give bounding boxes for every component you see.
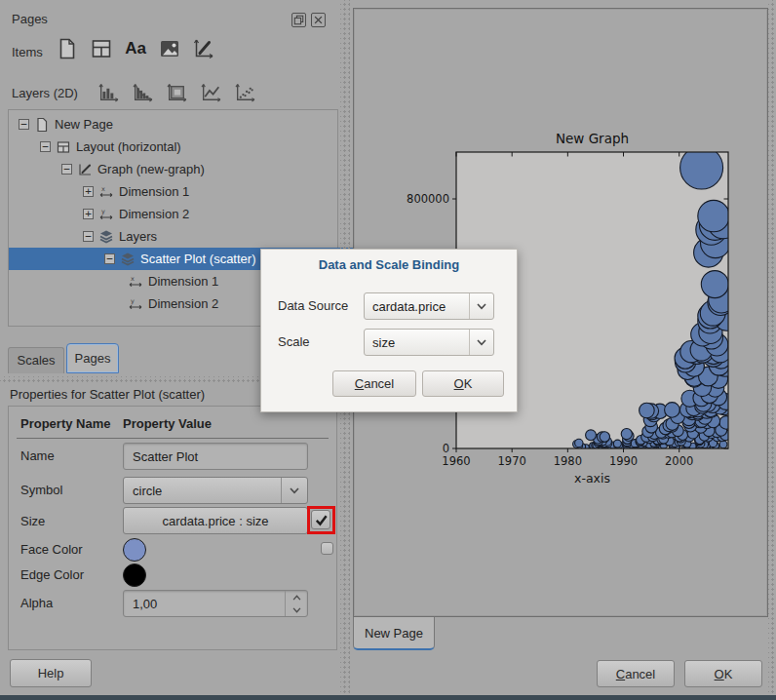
x-dimension-icon (128, 274, 143, 290)
chevron-down-icon (469, 330, 493, 355)
layers-toolbar (96, 81, 257, 104)
tab-pages[interactable]: Pages (66, 343, 119, 373)
bar-chart-layer-button[interactable] (96, 81, 121, 104)
page-icon (56, 37, 79, 60)
column-header-property-name: Property Name (20, 416, 110, 431)
collapse-expander[interactable]: − (19, 119, 29, 130)
spin-up-button[interactable] (286, 591, 307, 603)
svg-text:0: 0 (443, 442, 449, 455)
column-header-property-value: Property Value (123, 416, 212, 431)
page-icon (34, 117, 50, 133)
tree-item-layers[interactable]: −Layers (9, 225, 337, 248)
close-icon (313, 15, 324, 25)
property-label-alpha: Alpha (20, 596, 53, 610)
y-dimension-icon (128, 296, 143, 312)
layers-icon (98, 229, 114, 245)
right-edge-separator[interactable] (768, 0, 776, 695)
layers-2d-label: Layers (2D) (12, 86, 78, 100)
svg-text:1980: 1980 (554, 454, 582, 468)
ok-button[interactable]: OK (684, 660, 762, 687)
image-icon (158, 37, 181, 60)
properties-table: Property Name Property Value Name Scatte… (8, 406, 337, 650)
tab-scales[interactable]: Scales (8, 347, 64, 373)
y-dimension-icon (98, 207, 114, 222)
chevron-up-icon (292, 595, 301, 601)
new-graph-button[interactable] (191, 35, 216, 62)
dialog-title: Data and Scale Binding (261, 257, 517, 272)
line-plot-layer-button[interactable] (198, 81, 223, 104)
tree-item-layout[interactable]: −Layout (horizontal) (9, 136, 337, 158)
items-label: Items (12, 45, 43, 59)
collapse-expander[interactable]: − (40, 141, 51, 152)
spin-down-button[interactable] (286, 603, 307, 616)
properties-title: Properties for Scatter Plot (scatter) (10, 387, 205, 402)
data-source-dropdown[interactable]: cardata.price (364, 292, 494, 320)
svg-text:800000: 800000 (407, 192, 449, 206)
panel-close-button[interactable] (311, 13, 326, 27)
collapse-expander[interactable]: − (83, 231, 94, 242)
layout-icon (90, 37, 113, 60)
svg-text:1970: 1970 (498, 454, 526, 468)
histogram-layer-button[interactable] (130, 81, 155, 104)
histogram-icon (132, 83, 154, 103)
bar-chart-icon (97, 83, 120, 103)
scale-dropdown[interactable]: size (364, 329, 494, 356)
float-icon (293, 15, 304, 25)
help-button[interactable]: Help (10, 659, 92, 687)
highlight-box (307, 506, 335, 534)
dialog-cancel-button[interactable]: Cancel (332, 370, 416, 397)
layout-icon (56, 139, 71, 155)
collapse-expander[interactable]: − (61, 164, 72, 175)
tree-item-dimension-2[interactable]: +Dimension 2 (9, 203, 337, 225)
chevron-down-icon (469, 293, 493, 319)
chevron-down-icon (281, 478, 307, 503)
items-toolbar: Aa (55, 35, 216, 62)
page-tab-new-page[interactable]: New Page (353, 617, 435, 650)
new-image-button[interactable] (157, 35, 182, 62)
property-label-symbol: Symbol (20, 483, 62, 497)
scale-label: Scale (278, 334, 310, 349)
line-plot-icon (200, 83, 222, 103)
graph-pencil-icon (192, 37, 215, 60)
size-binding-button[interactable]: cardata.price : size (123, 507, 308, 534)
name-input[interactable]: Scatter Plot (123, 443, 308, 470)
x-axis-label: x-axis (574, 471, 610, 486)
layers-icon (120, 252, 136, 267)
dialog-ok-button[interactable]: OK (422, 370, 504, 397)
svg-text:2000: 2000 (665, 454, 693, 468)
data-scale-binding-dialog: Data and Scale Binding Data Source carda… (260, 249, 518, 412)
tree-item-graph[interactable]: −Graph (new-graph) (9, 158, 337, 180)
new-layout-button[interactable] (89, 35, 114, 62)
data-source-label: Data Source (278, 298, 348, 313)
app-window: Pages Items Aa Layers (2D) −New Page −La… (0, 0, 776, 700)
graph-icon (77, 162, 93, 177)
panel-float-button[interactable] (291, 13, 306, 27)
collapse-expander[interactable]: − (104, 253, 115, 264)
chevron-down-icon (292, 607, 301, 613)
svg-text:1960: 1960 (442, 454, 470, 468)
svg-text:1990: 1990 (609, 454, 638, 468)
alpha-spinner[interactable]: 1,00 (123, 590, 308, 617)
scatter-plot-icon (234, 83, 256, 103)
new-page-button[interactable] (55, 35, 80, 62)
face-color-checkbox[interactable] (321, 542, 333, 555)
image-plot-icon (166, 83, 188, 103)
symbol-dropdown[interactable]: circle (123, 477, 308, 504)
scatter-layer-button[interactable] (232, 81, 257, 104)
new-text-button[interactable]: Aa (123, 35, 148, 62)
window-bottom-border (0, 695, 776, 700)
property-label-size: Size (20, 514, 45, 528)
property-label-face-color: Face Color (20, 542, 83, 557)
expand-expander[interactable]: + (83, 209, 94, 219)
tree-item-new-page[interactable]: −New Page (9, 113, 337, 136)
face-color-swatch[interactable] (123, 538, 146, 562)
image-layer-button[interactable] (164, 81, 189, 104)
expand-expander[interactable]: + (83, 186, 94, 197)
tree-item-dimension-1[interactable]: +Dimension 1 (9, 180, 337, 203)
cancel-button[interactable]: Cancel (597, 660, 675, 687)
panel-title: Pages (12, 12, 48, 26)
x-dimension-icon (98, 184, 114, 200)
property-label-edge-color: Edge Color (20, 567, 84, 582)
header-divider (17, 438, 329, 439)
edge-color-swatch[interactable] (123, 564, 146, 587)
